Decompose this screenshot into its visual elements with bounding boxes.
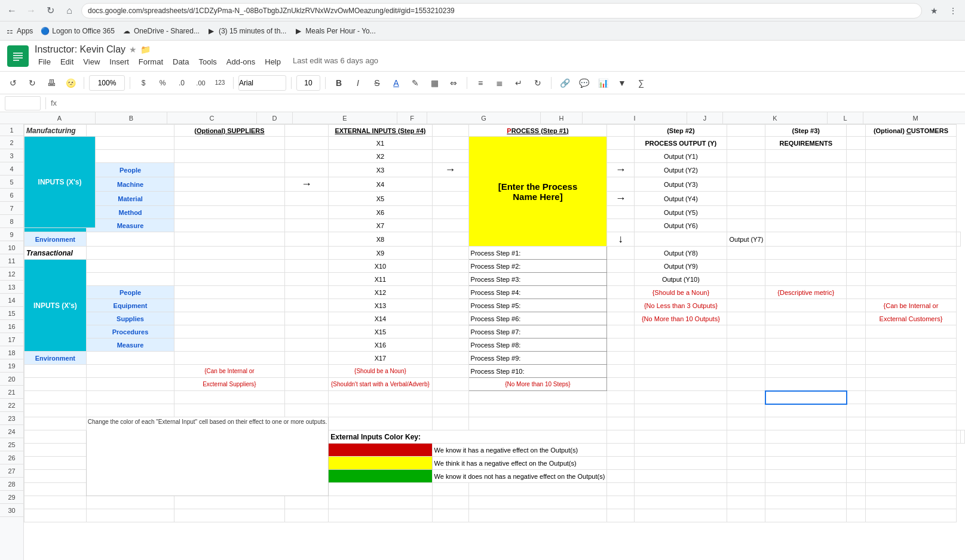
cell-m26[interactable] — [865, 457, 956, 470]
cell-h18[interactable] — [607, 352, 635, 365]
cell-a30[interactable] — [24, 509, 87, 522]
comment-button[interactable]: 💬 — [575, 75, 592, 91]
cell-h2[interactable] — [607, 137, 635, 150]
cell-i6[interactable]: Output (Y4) — [635, 192, 727, 206]
cell-i10[interactable]: Output (Y8) — [635, 247, 727, 260]
paintformat-button[interactable]: 🌝 — [62, 75, 79, 91]
cell-m28[interactable] — [865, 483, 956, 496]
cell-a21[interactable] — [24, 391, 87, 404]
cell-h3[interactable] — [607, 150, 635, 163]
cell-e4[interactable]: X3 — [329, 163, 432, 177]
cell-l15[interactable] — [847, 312, 866, 325]
bookmark-youtube1[interactable]: ▶ (3) 15 minutes of th... — [207, 26, 286, 36]
cell-k10[interactable] — [765, 247, 847, 260]
menu-format[interactable]: Format — [135, 56, 167, 67]
decimal-dec[interactable]: .0 — [173, 75, 190, 91]
row-header-16[interactable]: 16 — [0, 320, 23, 333]
chart-button[interactable]: 📊 — [595, 75, 611, 91]
row-header-11[interactable]: 11 — [0, 254, 23, 267]
cell-c3[interactable] — [174, 150, 284, 163]
cell-i2-output-header[interactable]: PROCESS OUTPUT (Y) — [635, 137, 727, 150]
cell-a29[interactable] — [24, 496, 87, 509]
cell-c22[interactable] — [174, 404, 284, 417]
cell-c20-supplier-note2[interactable]: Excternal Suppliers} — [174, 378, 284, 391]
cell-h25[interactable] — [607, 444, 635, 457]
cell-j16[interactable] — [727, 325, 765, 339]
cell-b21[interactable] — [86, 391, 174, 404]
cell-k24[interactable] — [865, 430, 956, 444]
cell-m30[interactable] — [865, 509, 956, 522]
cell-b6[interactable]: Material — [86, 192, 174, 206]
cell-b10[interactable] — [86, 247, 174, 260]
cell-j2[interactable] — [727, 137, 765, 150]
cell-reference-input[interactable] — [5, 96, 41, 110]
row-header-1[interactable]: 1 — [0, 124, 23, 136]
cell-b8[interactable]: Measure — [86, 219, 174, 232]
cell-l27[interactable] — [847, 470, 866, 483]
cell-b29[interactable] — [86, 496, 174, 509]
cell-i22[interactable] — [635, 404, 727, 417]
cell-m21[interactable] — [865, 391, 956, 404]
cell-g14-process-step5[interactable]: Process Step #5: — [468, 299, 607, 312]
cell-g11-process-step2[interactable]: Process Step #2: — [468, 260, 607, 273]
cell-i8[interactable]: Output (Y6) — [635, 219, 727, 232]
cell-j22[interactable] — [727, 404, 765, 417]
cell-h28[interactable] — [607, 483, 635, 496]
cell-i9[interactable]: Output (Y7) — [727, 232, 765, 247]
cell-d4[interactable] — [284, 163, 329, 177]
cell-h8[interactable] — [607, 219, 635, 232]
cell-l28[interactable] — [847, 483, 866, 496]
cell-c7[interactable] — [174, 206, 284, 219]
cell-f4[interactable]: → — [432, 163, 468, 177]
cell-l26[interactable] — [847, 457, 866, 470]
cell-b3[interactable] — [86, 150, 174, 163]
cell-d9[interactable] — [284, 232, 329, 247]
col-header-e[interactable]: E — [293, 112, 397, 124]
cell-l4[interactable] — [847, 163, 866, 177]
cell-e9[interactable]: X8 — [329, 232, 432, 247]
cell-a2-manufacturing-inputs[interactable]: INPUTS (X's) — [24, 137, 87, 232]
cell-e12[interactable]: X11 — [329, 273, 432, 286]
cell-f6[interactable] — [432, 192, 468, 206]
cell-l25[interactable] — [847, 444, 866, 457]
cell-b4[interactable]: People — [86, 163, 174, 177]
cell-h13[interactable] — [607, 286, 635, 299]
cell-h11[interactable] — [607, 260, 635, 273]
cell-e29[interactable] — [329, 496, 432, 509]
cell-h23[interactable] — [607, 417, 635, 430]
cell-d12[interactable] — [284, 273, 329, 286]
cell-h16[interactable] — [607, 325, 635, 339]
cell-h12[interactable] — [607, 273, 635, 286]
cell-i13[interactable]: {Should be a Noun} — [635, 286, 727, 299]
cell-b18[interactable] — [86, 352, 174, 365]
cell-i28[interactable] — [635, 483, 727, 496]
cell-i26[interactable] — [635, 457, 727, 470]
row-header-4[interactable]: 4 — [0, 162, 23, 176]
cell-b11[interactable] — [86, 260, 174, 273]
cell-l22[interactable] — [847, 404, 866, 417]
strikethrough-button[interactable]: S — [369, 75, 385, 91]
cell-i29[interactable] — [635, 496, 727, 509]
row-header-9[interactable]: 9 — [0, 228, 23, 241]
cell-e3[interactable]: X2 — [329, 150, 432, 163]
cell-c1[interactable]: (Optional) SUPPLIERS — [174, 125, 284, 137]
cell-g16-process-step7[interactable]: Process Step #7: — [468, 325, 607, 339]
cell-e8[interactable]: X7 — [329, 219, 432, 232]
cell-g22[interactable] — [468, 404, 607, 417]
cell-m15[interactable]: Excternal Customers} — [865, 312, 956, 325]
cell-h22[interactable] — [607, 404, 635, 417]
cell-i15[interactable]: {No More than 10 Outputs} — [635, 312, 727, 325]
cell-i30[interactable] — [635, 509, 727, 522]
cell-l11[interactable] — [847, 260, 866, 273]
cell-i23[interactable] — [635, 417, 727, 430]
cell-c8[interactable] — [174, 219, 284, 232]
cell-c13[interactable] — [174, 286, 284, 299]
cell-k13[interactable]: {Descriptive metric} — [765, 286, 847, 299]
cell-h27[interactable] — [607, 470, 635, 483]
cell-j28[interactable] — [727, 483, 765, 496]
cell-m22[interactable] — [865, 404, 956, 417]
col-header-b[interactable]: B — [96, 112, 167, 124]
cell-d18[interactable] — [284, 352, 329, 365]
row-header-14[interactable]: 14 — [0, 294, 23, 307]
cell-i4[interactable]: Output (Y2) — [635, 163, 727, 177]
